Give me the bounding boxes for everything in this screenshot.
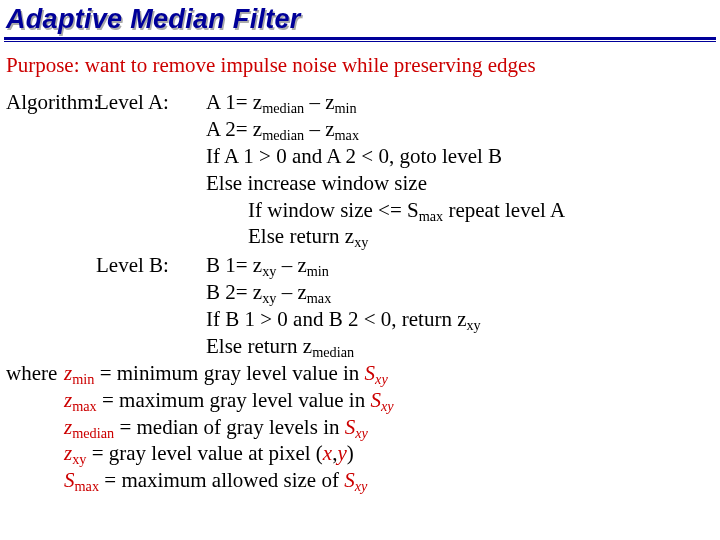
where-5: Smax = maximum allowed size of Sxy [64,467,716,494]
line-b3: If B 1 > 0 and B 2 < 0, return zxy [206,306,716,333]
level-b-body: B 1= zxy – zmin B 2= zxy – zmax If B 1 >… [206,252,716,360]
divider-thick [4,37,716,40]
where-label: where [6,360,64,387]
where-block: where zmin = minimum gray level value in… [6,360,716,494]
line-b2: B 2= zxy – zmax [206,279,716,306]
content: Purpose: want to remove impulse noise wh… [4,52,716,494]
line-a5: If window size <= Smax repeat level A [206,197,716,224]
level-a-text: Level A: [96,90,169,114]
slide-title: Adaptive Median Filter [6,4,716,35]
purpose-line: Purpose: want to remove impulse noise wh… [6,52,716,79]
where-1: zmin = minimum gray level value in Sxy [64,360,716,387]
divider-thin [4,41,716,42]
where-2: zmax = maximum gray level value in Sxy [64,387,716,414]
line-b4: Else return zmedian [206,333,716,360]
line-a1: A 1= zmedian – zmin [206,89,716,116]
line-b1: B 1= zxy – zmin [206,252,716,279]
where-body: zmin = minimum gray level value in Sxy z… [64,360,716,494]
line-a6: Else return zxy [206,223,716,250]
where-4: zxy = gray level value at pixel (x,y) [64,440,716,467]
level-a-label: Level A: [96,89,206,116]
level-b-block: Level B: B 1= zxy – zmin B 2= zxy – zmax… [6,252,716,360]
algorithm-block: Algorithm: Level A: A 1= zmedian – zmin … [6,89,716,250]
level-a-body: A 1= zmedian – zmin A 2= zmedian – zmax … [206,89,716,250]
slide: Adaptive Median Filter Purpose: want to … [0,0,720,494]
line-a4: Else increase window size [206,170,716,197]
line-a2: A 2= zmedian – zmax [206,116,716,143]
algorithm-label: Algorithm: [6,89,96,116]
level-b-label: Level B: [96,252,206,279]
line-a3: If A 1 > 0 and A 2 < 0, goto level B [206,143,716,170]
where-3: zmedian = median of gray levels in Sxy [64,414,716,441]
